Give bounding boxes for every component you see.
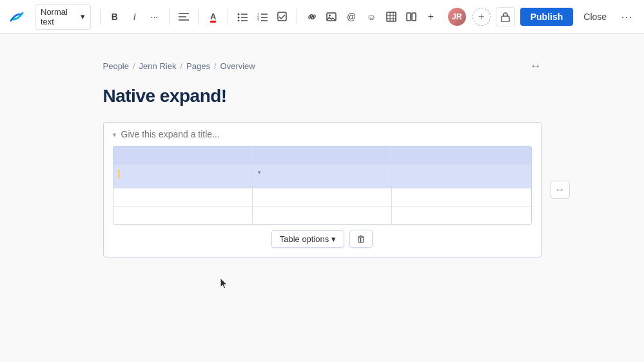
table-row (113, 146, 531, 165)
style-chevron-icon: ▾ (81, 12, 85, 21)
table-cell[interactable] (113, 146, 253, 165)
page-title[interactable]: Native expand! (103, 86, 542, 106)
breadcrumb-sep-2: / (180, 61, 182, 71)
dropdown-arrow-icon: ▾ (258, 169, 261, 176)
avatar-image: JR (448, 8, 466, 26)
cell-cursor (119, 170, 119, 179)
svg-rect-25 (502, 16, 509, 22)
divider-1 (100, 9, 101, 25)
table-cell[interactable] (392, 206, 531, 224)
svg-rect-24 (412, 13, 416, 21)
breadcrumb: People / Jenn Riek / Pages / Overview ↔ (103, 59, 542, 73)
table-cell[interactable] (253, 188, 392, 206)
italic-button[interactable]: I (126, 8, 142, 26)
table-cell[interactable] (392, 188, 531, 206)
breadcrumb-pages[interactable]: Pages (186, 61, 210, 71)
expand-body: ▾ (104, 146, 541, 257)
toolbar-right: JR + Publish Close ⋯ (447, 6, 636, 27)
bold-button[interactable]: B (106, 8, 122, 26)
table-cell[interactable] (113, 165, 253, 188)
svg-rect-15 (278, 12, 286, 21)
divider-3 (198, 9, 199, 25)
column-button[interactable] (403, 8, 419, 26)
table-cell[interactable] (253, 206, 392, 224)
expand-title-input[interactable] (121, 129, 532, 139)
text-color-button[interactable]: A (205, 8, 221, 26)
expand-header[interactable]: ▾ (104, 123, 541, 146)
insert-more-button[interactable]: + (423, 8, 439, 26)
table-row (113, 188, 531, 206)
breadcrumb-sep-3: / (214, 61, 217, 71)
close-button[interactable]: Close (578, 8, 612, 26)
svg-text:3: 3 (257, 19, 259, 21)
svg-point-5 (238, 16, 240, 18)
page-content: People / Jenn Riek / Pages / Overview ↔ … (103, 59, 542, 270)
style-label: Normal text (41, 7, 78, 26)
table-container: ▾ (113, 146, 532, 225)
avatar: JR (447, 6, 467, 27)
expand-chevron-icon: ▾ (113, 131, 116, 138)
table-row: ▾ (113, 165, 531, 188)
bullet-list-button[interactable] (235, 8, 251, 26)
table: ▾ (113, 146, 531, 224)
toolbar: Normal text ▾ B I ··· A 123 @ ☺ + (0, 0, 644, 34)
table-options-bar: Table options ▾ 🗑 (113, 230, 532, 248)
table-cell[interactable] (392, 165, 531, 188)
table-options-chevron-icon: ▾ (331, 234, 336, 244)
table-button[interactable] (383, 8, 399, 26)
more-format-button[interactable]: ··· (146, 8, 162, 26)
delete-icon: 🗑 (356, 234, 366, 244)
mouse-cursor (219, 277, 228, 292)
divider-5 (297, 9, 297, 25)
breadcrumb-expand-button[interactable]: ↔ (530, 59, 542, 73)
table-row (113, 206, 531, 224)
style-selector[interactable]: Normal text ▾ (35, 4, 91, 30)
table-cell[interactable] (113, 188, 253, 206)
table-cell[interactable] (113, 206, 253, 224)
svg-point-7 (238, 19, 240, 21)
logo (8, 8, 26, 26)
svg-point-3 (238, 13, 240, 15)
image-button[interactable] (324, 8, 340, 26)
mention-button[interactable]: @ (344, 8, 360, 26)
svg-point-17 (329, 14, 331, 16)
breadcrumb-people[interactable]: People (103, 61, 129, 71)
content-area: People / Jenn Riek / Pages / Overview ↔ … (0, 34, 644, 362)
table-cell[interactable] (253, 146, 392, 165)
table-cell[interactable] (392, 146, 531, 165)
divider-4 (228, 9, 228, 25)
link-button[interactable] (304, 8, 320, 26)
lock-button[interactable] (496, 7, 515, 26)
divider-2 (169, 9, 170, 25)
task-button[interactable] (275, 8, 291, 26)
expand-block: ▾ (103, 122, 542, 257)
table-options-label: Table options (280, 234, 329, 244)
expand-block-wrapper: ▾ (103, 122, 542, 257)
svg-rect-23 (407, 13, 411, 21)
svg-rect-18 (387, 12, 396, 21)
table-cell[interactable]: ▾ (253, 165, 392, 188)
add-collaborator-button[interactable]: + (473, 8, 491, 26)
table-options-button[interactable]: Table options ▾ (271, 230, 345, 248)
align-button[interactable] (176, 8, 192, 26)
publish-button[interactable]: Publish (520, 8, 574, 26)
avatar-group: JR (447, 6, 467, 27)
emoji-button[interactable]: ☺ (364, 8, 380, 26)
breadcrumb-jenn-riek[interactable]: Jenn Riek (139, 61, 177, 71)
cell-dropdown-container: ▾ (258, 169, 386, 176)
breadcrumb-overview[interactable]: Overview (220, 61, 255, 71)
table-delete-button[interactable]: 🗑 (349, 230, 373, 248)
expand-width-button[interactable]: ↔ (551, 181, 570, 199)
number-list-button[interactable]: 123 (255, 8, 271, 26)
breadcrumb-sep-1: / (133, 61, 135, 71)
more-options-button[interactable]: ⋯ (617, 7, 636, 26)
